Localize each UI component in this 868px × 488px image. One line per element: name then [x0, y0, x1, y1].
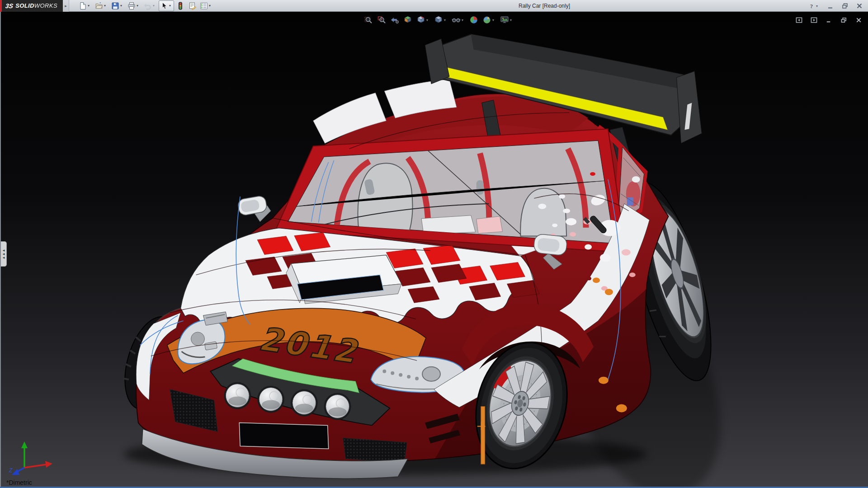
view-settings-icon [500, 15, 509, 24]
new-document-button[interactable]: ▾ [77, 0, 93, 11]
license-plate [239, 422, 328, 449]
minimize-document-icon [826, 17, 832, 23]
mudflap-strip [481, 407, 485, 465]
dropdown-arrow-icon[interactable]: ▾ [444, 18, 448, 22]
minimize-document-button[interactable] [824, 15, 834, 25]
left-mirror[interactable] [237, 195, 271, 222]
close-window-button[interactable] [854, 1, 864, 11]
save-icon [111, 2, 119, 10]
zoom-to-fit-button[interactable] [363, 14, 374, 26]
pane-left-icon [796, 17, 802, 23]
options-button[interactable]: ▾ [198, 0, 214, 11]
dropdown-arrow-icon[interactable]: ▾ [426, 18, 430, 22]
collapse-arrow-icon: ◀ [3, 253, 5, 255]
collapse-arrow-icon: ◀ [3, 256, 5, 259]
dropdown-arrow-icon[interactable]: ▾ [88, 4, 91, 8]
open-document-icon [95, 2, 103, 10]
title-bar: 3S SOLIDWORKS ▸ ▾▾▾▾▾▾▾ Rally Car [Read-… [0, 0, 868, 12]
select-icon [160, 2, 168, 10]
pane-right-button[interactable] [809, 15, 819, 25]
view-orientation-button[interactable]: ▾ [415, 14, 431, 26]
dropdown-arrow-icon[interactable]: ▾ [492, 18, 496, 22]
y-axis-arrow [21, 441, 28, 448]
select-button[interactable]: ▾ [159, 0, 174, 11]
document-title: Rally Car [Read-only] [519, 0, 570, 12]
menu-expand-arrow-icon[interactable]: ▸ [63, 0, 69, 12]
previous-view-icon [390, 15, 399, 24]
dropdown-arrow-icon[interactable]: ▾ [462, 18, 465, 22]
rebuild-button[interactable] [175, 0, 186, 11]
dropdown-arrow-icon[interactable]: ▾ [169, 4, 173, 8]
dropdown-arrow-icon[interactable]: ▾ [816, 4, 820, 8]
file-properties-button[interactable] [187, 0, 198, 11]
z-axis-label: Z [9, 467, 13, 474]
solidworks-window: 3S SOLIDWORKS ▸ ▾▾▾▾▾▾▾ Rally Car [Read-… [0, 0, 868, 488]
z-axis-arrow [12, 469, 19, 475]
undo-button[interactable]: ▾ [142, 0, 158, 11]
restore-document-icon [840, 17, 847, 23]
close-document-icon [855, 17, 862, 23]
orientation-triad[interactable]: Z [7, 440, 57, 480]
new-document-icon [79, 2, 87, 10]
pane-right-icon [811, 17, 817, 23]
rally-car-model[interactable]: 2012 [1, 12, 868, 487]
dropdown-arrow-icon[interactable]: ▾ [104, 4, 108, 8]
print-icon [127, 2, 136, 10]
help-icon: ? [808, 2, 815, 9]
svg-text:?: ? [810, 3, 813, 9]
graphics-viewport[interactable]: ▾▾▾▾▾ ◀◀◀ [0, 12, 868, 487]
rebuild-icon [176, 2, 184, 10]
dropdown-arrow-icon[interactable]: ▾ [153, 4, 156, 8]
dropdown-arrow-icon[interactable]: ▾ [209, 4, 212, 8]
zoom-to-area-icon [377, 15, 386, 24]
logo-name: SOLIDWORKS [15, 2, 57, 9]
restore-document-button[interactable] [839, 15, 849, 25]
close-window-icon [856, 2, 863, 9]
section-view-icon [403, 15, 412, 24]
document-window-controls [794, 15, 863, 25]
feature-manager-collapsed-tab[interactable]: ◀◀◀ [1, 241, 7, 267]
hide-show-items-button[interactable]: ▾ [450, 14, 467, 26]
apply-scene-icon [482, 15, 491, 24]
pane-left-button[interactable] [794, 15, 804, 25]
display-style-button[interactable]: ▾ [433, 14, 449, 26]
apply-scene-button[interactable]: ▾ [481, 14, 497, 26]
logo-mark: 3S [5, 2, 14, 9]
view-orientation-label: *Dimetric [6, 479, 32, 486]
options-icon [200, 2, 208, 10]
print-button[interactable]: ▾ [126, 0, 142, 11]
close-document-button[interactable] [854, 15, 863, 25]
solidworks-logo: 3S SOLIDWORKS [0, 0, 63, 12]
zoom-to-area-button[interactable] [376, 14, 387, 26]
hide-show-items-icon [452, 15, 461, 24]
edit-appearance-button[interactable] [468, 14, 480, 26]
view-settings-button[interactable]: ▾ [499, 14, 515, 26]
window-controls: ?▾ [807, 0, 864, 12]
minimize-window-icon [827, 2, 834, 9]
edit-appearance-icon [469, 15, 478, 24]
view-orientation-icon [416, 15, 425, 24]
x-axis-arrow [45, 461, 52, 468]
headsup-view-toolbar: ▾▾▾▾▾ [363, 14, 515, 26]
collapse-arrow-icon: ◀ [3, 249, 5, 252]
restore-window-icon [841, 2, 849, 9]
display-style-icon [434, 15, 443, 24]
dropdown-arrow-icon[interactable]: ▾ [120, 4, 124, 8]
open-document-button[interactable]: ▾ [94, 0, 109, 11]
file-properties-icon [188, 2, 196, 10]
dropdown-arrow-icon[interactable]: ▾ [510, 18, 514, 22]
previous-view-button[interactable] [389, 14, 401, 26]
minimize-window-button[interactable] [826, 1, 835, 11]
dropdown-arrow-icon[interactable]: ▾ [137, 4, 140, 8]
help-button[interactable]: ?▾ [807, 1, 821, 11]
undo-icon [144, 2, 152, 10]
save-button[interactable]: ▾ [110, 0, 125, 11]
section-view-button[interactable] [402, 14, 414, 26]
main-toolbar: ▾▾▾▾▾▾▾ [77, 0, 214, 11]
zoom-to-fit-icon [364, 15, 373, 24]
restore-window-button[interactable] [840, 1, 850, 11]
